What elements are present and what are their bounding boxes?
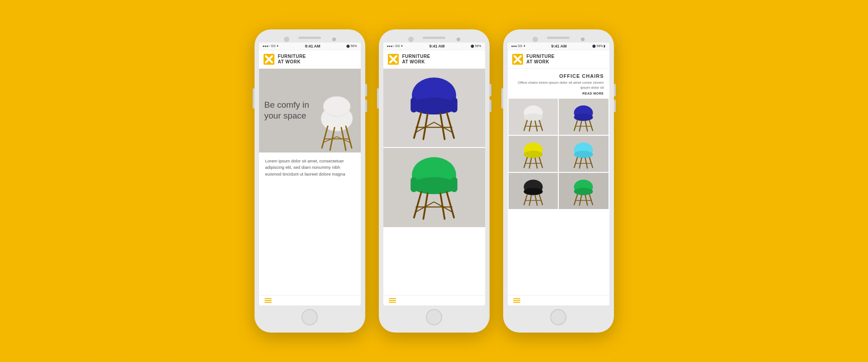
green-chair-icon-small: [571, 175, 596, 207]
phone-3-front-camera: [533, 37, 538, 42]
phone-2-nav[interactable]: [383, 295, 485, 305]
hamburger-line-1: [264, 298, 272, 299]
svg-line-73: [539, 195, 542, 205]
chair-black[interactable]: [509, 173, 558, 209]
svg-line-70: [524, 195, 527, 205]
svg-line-56: [524, 158, 527, 168]
chair-cyan[interactable]: [559, 136, 609, 172]
furniture-at-work-logo-2: [388, 54, 399, 65]
phone-2-speaker: [423, 37, 445, 39]
white-chair-icon: [521, 101, 546, 133]
phone-3-volume-up[interactable]: [614, 84, 616, 96]
phone-1-signal: ●●●○ GS ✦: [263, 44, 279, 48]
hamburger-line-3: [264, 302, 272, 303]
phone-3-status-bar: ●●● GS ✦ 9:41 AM ⬤ 58% ▮: [508, 43, 609, 50]
chair-white[interactable]: [509, 99, 558, 135]
brand-line1-p2: FURNITURE: [402, 54, 430, 59]
phone-2-camera-dot: [457, 38, 460, 41]
phone-3: ●●● GS ✦ 9:41 AM ⬤ 58% ▮ FURNITURE AT WO…: [503, 29, 614, 333]
phone-3-camera-dot: [581, 38, 585, 41]
svg-line-30: [414, 192, 421, 217]
phone-1-menu-icon[interactable]: [264, 298, 272, 303]
svg-line-80: [590, 195, 593, 205]
phone-2-signal: ●●●○ GS ✦: [387, 44, 404, 48]
phone-1: ●●●○ GS ✦ 9:41 AM ⬤ 58% FURNITURE AT WOR…: [255, 29, 365, 333]
phone-1-camera-dot: [332, 38, 336, 41]
phone-1-hero: Be comfy in your space: [259, 69, 361, 152]
phone-1-front-camera: [284, 37, 289, 42]
blue-chair-svg: [405, 72, 463, 144]
phone-2-battery: ⬤ 58%: [471, 44, 481, 48]
svg-point-4: [323, 96, 350, 116]
phone-3-volume-down[interactable]: [614, 100, 616, 112]
phone-3-home-button[interactable]: [550, 309, 566, 325]
phone-1-volume-down[interactable]: [365, 100, 367, 112]
phone-1-content: Be comfy in your space: [259, 69, 361, 295]
svg-rect-29: [451, 177, 458, 192]
phone-2-screen: ●●●○ GS ✦ 9:41 AM ⬤ 58% FURNITURE AT WOR…: [383, 43, 485, 305]
phone-2-top: [383, 34, 485, 43]
p3-hamburger-line-2: [513, 300, 520, 301]
svg-point-62: [574, 151, 593, 158]
phone-1-nav[interactable]: [259, 295, 361, 305]
phone-3-category-header: OFFICE CHAIRS Office chairs lorem ipsum …: [508, 69, 609, 98]
phone-3-brand-name: FURNITURE AT WORK: [527, 54, 555, 65]
phone-2: ●●●○ GS ✦ 9:41 AM ⬤ 58% FURNITURE AT WOR…: [379, 29, 490, 333]
phone-3-top: [508, 34, 609, 43]
yellow-chair-icon: [521, 138, 546, 170]
phone-2-header: FURNITURE AT WORK: [383, 50, 485, 69]
phone-1-status-bar: ●●●○ GS ✦ 9:41 AM ⬤ 58%: [259, 43, 361, 50]
phone-1-volume-up[interactable]: [365, 84, 367, 96]
svg-line-42: [524, 121, 527, 131]
phone-2-front-camera: [408, 37, 414, 42]
svg-rect-28: [410, 177, 417, 192]
phone-1-home-button[interactable]: [302, 309, 318, 325]
svg-line-8: [346, 126, 352, 148]
phone-3-header: FURNITURE AT WORK: [508, 50, 609, 69]
p3-hamburger-line-3: [513, 302, 520, 303]
phone-2-home-button[interactable]: [426, 309, 442, 325]
chair-green[interactable]: [559, 173, 609, 209]
phone-1-power-button[interactable]: [253, 88, 255, 109]
phone-1-speaker: [298, 37, 321, 39]
chair-yellow[interactable]: [509, 136, 558, 172]
phone-2-power-button[interactable]: [377, 88, 379, 109]
chair-blue[interactable]: [559, 99, 609, 135]
svg-line-22: [447, 112, 454, 138]
phone-3-menu-icon[interactable]: [513, 298, 520, 303]
p2-hamburger-line-3: [389, 302, 396, 303]
phone-2-volume-up[interactable]: [490, 84, 491, 96]
phone-2-bottom: [383, 305, 485, 328]
svg-point-69: [524, 188, 542, 195]
phone-3-bottom: [508, 305, 609, 328]
svg-rect-18: [451, 97, 458, 112]
phone-3-time: 9:41 AM: [551, 44, 566, 48]
phone-1-top: [259, 34, 361, 43]
cyan-chair-icon: [571, 138, 596, 170]
p3-hamburger-line-1: [513, 298, 520, 299]
phone-2-blue-chair[interactable]: [383, 69, 485, 148]
phone-3-category-title: OFFICE CHAIRS: [513, 73, 604, 79]
phone-3-signal: ●●● GS ✦: [511, 44, 526, 48]
phone-2-green-chair[interactable]: [383, 148, 485, 227]
brand-line1-p3: FURNITURE: [527, 54, 555, 59]
svg-line-49: [574, 121, 577, 131]
svg-line-19: [414, 112, 421, 138]
phone-3-nav[interactable]: [508, 295, 609, 305]
svg-line-77: [574, 195, 577, 205]
phone-2-menu-icon[interactable]: [389, 298, 396, 303]
phone-3-read-more[interactable]: READ MORE: [513, 92, 604, 95]
svg-point-41: [524, 114, 542, 121]
phone-3-power-button[interactable]: [501, 88, 503, 109]
furniture-at-work-logo-1: [264, 54, 274, 65]
hamburger-line-2: [264, 300, 272, 301]
phone-1-screen: ●●●○ GS ✦ 9:41 AM ⬤ 58% FURNITURE AT WOR…: [259, 43, 361, 305]
svg-line-52: [590, 121, 593, 131]
phone-1-brand-name: FURNITURE AT WORK: [278, 54, 306, 65]
phone-2-volume-down[interactable]: [490, 100, 491, 112]
svg-point-16: [411, 97, 457, 114]
phone-1-time: 9:41 AM: [305, 44, 320, 48]
black-chair-icon: [521, 175, 546, 207]
green-chair-svg: [405, 152, 463, 224]
phone-1-header: FURNITURE AT WORK: [259, 50, 361, 69]
